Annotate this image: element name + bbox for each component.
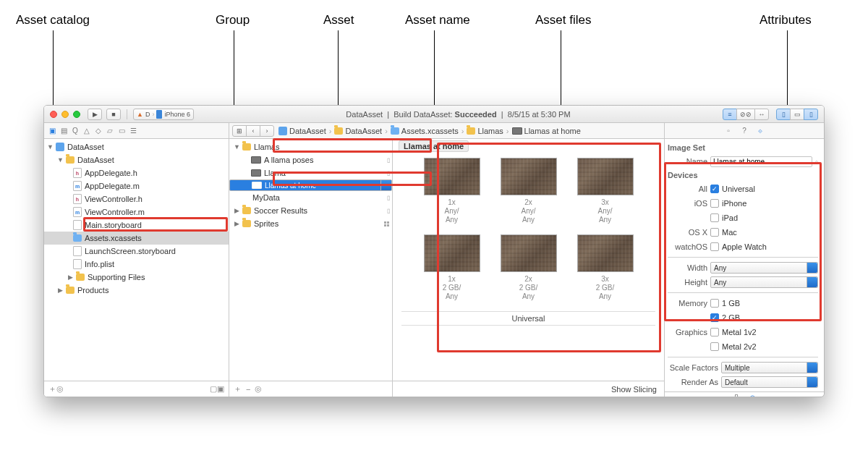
file-name: AppDelegate.h [85,169,137,177]
object-library-icon[interactable]: ◎ [747,392,757,397]
group-row[interactable]: ▶Products [44,284,229,297]
storyboard-icon [73,220,82,230]
watchos-label: watchOS [668,242,707,251]
asset-name-header: Llamas at home [393,139,664,153]
test-navigator-icon[interactable]: ◇ [93,126,103,136]
mem1-label: 1 GB [722,299,740,308]
height-select[interactable]: Any▲▼ [710,276,818,288]
watch-checkbox[interactable] [710,242,719,251]
folder-icon [467,127,475,135]
editor-version[interactable]: ↔ [754,109,769,120]
file-row[interactable]: hViewController.h [44,192,229,206]
mem1-checkbox[interactable] [710,299,719,308]
mem2-checkbox[interactable]: ✓ [710,313,719,322]
asset-group-row[interactable]: ▶Sprites [229,217,392,230]
filter-icon[interactable]: ◎ [255,384,262,394]
step-icon[interactable]: ◦ [815,157,818,166]
image-slot[interactable]: 1xAny/ Any [424,158,480,224]
toggle-utilities[interactable]: ▯ [804,109,818,120]
file-row[interactable]: Info.plist [44,258,229,271]
universal-checkbox[interactable]: ✓ [710,185,719,193]
quickhelp-inspector-icon[interactable]: ? [739,126,749,136]
jump-bar[interactable]: DataAsset › DataAsset › Assets.xcassets … [274,127,581,135]
file-row[interactable]: mAppDelegate.m [44,179,229,192]
asset-row[interactable]: A llama poses▯ [229,153,392,166]
mac-checkbox[interactable] [710,228,719,237]
inspector: Image Set Name ◦ Devices All✓Universal i… [665,139,824,397]
file-row[interactable]: hAppDelegate.h [44,166,229,179]
report-navigator-icon[interactable]: ☰ [128,126,138,136]
toggle-navigator[interactable]: ▯ [776,109,791,120]
name-field[interactable] [710,156,812,167]
group-row[interactable]: ▶Supporting Files [44,271,229,284]
file-row[interactable]: Main.storyboard [44,219,229,232]
nav-back[interactable]: ‹ [246,125,260,137]
minimize-window[interactable] [61,111,69,118]
folder-icon [391,127,399,135]
asset-row[interactable]: MyData▯ [229,191,392,204]
zoom-window[interactable] [73,111,80,118]
mem2-label: 2 GB [722,313,740,322]
asset-row[interactable]: Llama▯ [229,166,392,179]
attributes-inspector-icon[interactable]: ⟐ [755,126,765,136]
callout-attributes: Attributes [760,13,812,27]
remove-asset-button[interactable]: − [246,385,250,394]
file-template-icon[interactable]: ▫ [715,392,726,397]
image-slot[interactable]: 3x2 GB/ Any [577,234,634,301]
width-select[interactable]: Any▲▼ [710,262,818,274]
metal2-checkbox[interactable] [710,342,719,351]
group-row[interactable]: ▼DataAsset [44,153,229,166]
scm-filter-icon[interactable]: ▣ [217,384,224,394]
file-row[interactable]: mViewController.m [44,206,229,219]
stop-button[interactable]: ■ [106,109,121,120]
editor-assistant[interactable]: ⊘⊘ [736,109,755,120]
iphone-checkbox[interactable] [710,199,719,208]
metal1-checkbox[interactable] [710,328,719,336]
related-items[interactable]: ⊞ [232,125,247,137]
run-button[interactable]: ▶ [88,109,102,120]
add-asset-button[interactable]: ＋ [234,384,242,394]
editor-standard[interactable]: ≡ [723,109,737,120]
thumbnail [501,234,557,272]
filter-icon[interactable]: ◎ [56,384,64,394]
scheme-selector[interactable]: ▲D › iPhone 6 [133,109,194,120]
debug-navigator-icon[interactable]: ▱ [105,126,115,136]
close-window[interactable] [50,111,57,118]
scale-select[interactable]: Multiple▲▼ [721,362,818,373]
symbol-navigator-icon[interactable]: ▤ [59,126,69,136]
thumbnail [501,158,557,195]
file-inspector-icon[interactable]: ▫ [723,126,733,136]
project-row[interactable]: ▼DataAsset [44,140,229,153]
breakpoint-navigator-icon[interactable]: ▭ [116,126,127,136]
code-snippet-icon[interactable]: {} [731,392,741,397]
activity-viewer: DataAsset | Build DataAsset: Succeeded |… [198,110,718,119]
group-name: Products [77,286,109,295]
find-navigator-icon[interactable]: Q [70,126,80,136]
image-slot[interactable]: 3xAny/ Any [577,158,634,224]
thumbnail [577,234,634,272]
show-slicing-button[interactable]: Show Slicing [611,385,657,394]
ipad-checkbox[interactable] [710,213,719,222]
folder-icon [66,156,75,164]
file-row[interactable]: LaunchScreen.storyboard [44,245,229,258]
image-slot[interactable]: 2xAny/ Any [501,158,557,224]
add-button[interactable]: ＋ [48,384,56,394]
media-library-icon[interactable]: ▭ [763,392,773,397]
height-label: Height [668,278,707,287]
asset-group-row[interactable]: ▶Soccer Results▯ [229,204,392,217]
device-all-label: All [668,185,707,193]
h-file-icon: h [73,168,82,178]
asset-group-row[interactable]: ▼Llamas [229,140,392,153]
asset-row-selected[interactable]: Llamas at home▯ [229,179,392,191]
assets-catalog-row[interactable]: Assets.xcassets [44,232,229,245]
nav-forward[interactable]: › [260,125,274,137]
project-navigator-icon[interactable]: ▣ [47,126,57,136]
recent-filter-icon[interactable]: ▢ [210,384,217,394]
slot-row: 1x2 GB/ Any 2x2 GB/ Any 3x2 GB/ Any [424,234,634,301]
issue-navigator-icon[interactable]: △ [82,126,92,136]
image-slot[interactable]: 1x2 GB/ Any [424,234,480,301]
file-name: ViewController.h [85,195,142,203]
image-slot[interactable]: 2x2 GB/ Any [501,234,557,301]
toggle-debug[interactable]: ▭ [790,109,804,120]
render-select[interactable]: Default▲▼ [721,376,818,388]
